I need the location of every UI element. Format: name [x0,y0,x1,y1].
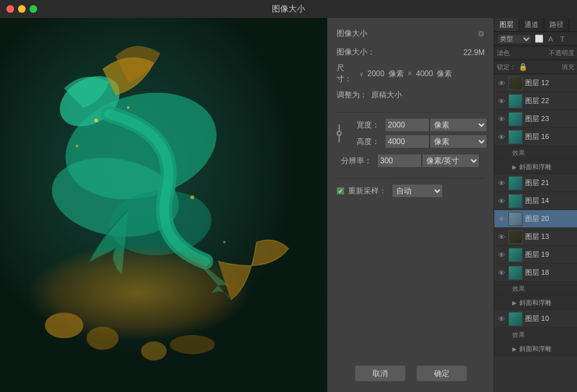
svg-point-14 [223,241,226,243]
layer-item[interactable]: 👁图层 19 [494,246,577,264]
layer-thumbnail [508,130,523,144]
layer-thumbnail [508,248,523,262]
minimize-button[interactable] [18,5,26,13]
dialog-buttons: 取消 确定 [337,365,485,382]
res-input[interactable] [377,154,422,168]
layer-thumbnail [508,230,523,244]
layer-name: 图层 13 [525,232,549,241]
close-button[interactable] [6,5,14,13]
effect-detail-item: ▶斜面和浮雕 [494,342,577,356]
layer-visibility-icon[interactable]: 👁 [497,314,506,323]
width-row: 宽度： 像素 [344,118,487,132]
layer-name: 图层 22 [525,96,549,106]
layer-visibility-icon[interactable]: 👁 [497,197,506,206]
layer-item[interactable]: 👁图层 18 [494,264,577,282]
canvas-svg [0,18,327,392]
layer-thumbnail [508,194,523,208]
layer-name: 图层 16 [525,132,549,142]
panel-tabs: 图层 通道 路径 [494,18,577,32]
height-input[interactable] [385,135,430,149]
type-filter-select[interactable]: 类型 [497,34,532,44]
layer-item[interactable]: 👁图层 23 [494,110,577,128]
layer-item[interactable]: 👁图层 20 [494,210,577,228]
resample-row: ✓ 重新采样： 自动 [337,184,485,198]
main-layout: 图像大小 ⚙ 图像大小： 22.9M 尺寸： ∨ 2000 像素 × 4000 … [0,18,577,392]
svg-point-8 [141,341,167,361]
letter-a-icon[interactable]: A [546,35,555,44]
resample-method-select[interactable]: 自动 [392,184,443,198]
lock-icon[interactable]: 🔒 [519,63,528,72]
maximize-button[interactable] [29,5,37,13]
effect-label-item: 效果 [494,328,577,342]
lock-label: 锁定： [497,63,516,72]
layer-visibility-icon[interactable]: 👁 [497,179,506,188]
resample-checkbox[interactable]: ✓ [337,187,344,195]
resample-label: 重新采样： [348,186,387,197]
layer-name: 图层 14 [525,196,549,206]
height-unit-select[interactable]: 像素 [430,135,487,149]
layers-panel: 图层 通道 路径 类型 ⬜ A T 滤色 不透明度 锁定： 🔒 填充 👁图层 [494,18,577,392]
cancel-button[interactable]: 取消 [355,365,406,382]
layer-thumbnail [508,94,523,108]
layer-item[interactable]: 👁图层 21 [494,174,577,192]
svg-point-11 [127,106,130,109]
layer-item[interactable]: 👁图层 14 [494,192,577,210]
lock-row: 锁定： 🔒 填充 [494,60,577,74]
layer-name: 图层 23 [525,114,549,124]
ok-button[interactable]: 确定 [416,365,467,382]
svg-point-7 [87,327,119,350]
effect-detail-item: ▶斜面和浮雕 [494,160,577,174]
res-unit-select[interactable]: 像素/英寸 [422,154,480,168]
layer-visibility-icon[interactable]: 👁 [497,268,506,277]
canvas-image [0,18,327,392]
layer-visibility-icon[interactable]: 👁 [497,79,506,88]
svg-point-10 [94,118,98,122]
fill-label: 填充 [562,63,574,72]
dialog-panel: 图像大小 ⚙ 图像大小： 22.9M 尺寸： ∨ 2000 像素 × 4000 … [327,18,494,392]
layer-visibility-icon[interactable]: 👁 [497,250,506,259]
layer-visibility-icon[interactable]: 👁 [497,215,506,224]
layer-visibility-icon[interactable]: 👁 [497,133,506,142]
layer-item[interactable]: 👁图层 22 [494,92,577,110]
layer-thumbnail [508,266,523,280]
tab-paths[interactable]: 路径 [544,18,569,31]
width-label: 宽度： [344,120,380,131]
filter-icon[interactable]: ⬜ [535,35,544,44]
layer-item[interactable]: 👁图层 16 [494,128,577,146]
layer-thumbnail [508,76,523,90]
resolution-field-row: 分辨率： 像素/英寸 [337,154,485,168]
effect-detail-item: ▶斜面和浮雕 [494,296,577,310]
layer-visibility-icon[interactable]: 👁 [497,233,506,241]
layer-visibility-icon[interactable]: 👁 [497,115,506,124]
effect-label-item: 效果 [494,146,577,160]
height-label: 高度： [344,136,380,147]
dimensions-row: 尺寸： ∨ 2000 像素 × 4000 像素 [337,63,485,85]
dim-unit-px: 像素 [389,69,404,79]
dim-unit-px2: 像素 [437,69,452,79]
layer-item[interactable]: 👁图层 13 [494,228,577,246]
width-input[interactable] [385,118,430,132]
width-unit-select[interactable]: 像素 [430,118,487,132]
adjust-value: 原稿大小 [371,90,402,101]
chain-icon [337,119,342,147]
layer-item[interactable]: 👁图层 12 [494,74,577,92]
effect-label-item: 效果 [494,282,577,296]
layer-name: 图层 21 [525,178,549,188]
dim-values: ∨ 2000 像素 × 4000 像素 [359,69,452,79]
layer-visibility-icon[interactable]: 👁 [497,97,506,106]
res-label: 分辨率： [337,156,372,167]
size-label: 图像大小： [337,47,375,58]
effect-arrow-icon: ▶ [512,346,517,352]
size-info-row: 图像大小： 22.9M [337,47,485,58]
tab-layers[interactable]: 图层 [494,18,519,31]
letter-t-icon[interactable]: T [558,35,567,44]
gear-icon[interactable]: ⚙ [478,29,485,38]
adjust-label: 调整为： [337,90,367,101]
layer-name: 图层 12 [525,78,549,88]
tab-channels[interactable]: 通道 [519,18,544,31]
layers-list: 👁图层 12👁图层 22👁图层 23👁图层 16效果▶斜面和浮雕👁图层 21👁图… [494,74,577,392]
dim-arrow-icon: ∨ [359,70,364,78]
effect-label: 效果 [512,284,525,293]
width-field-row: 宽度： 像素 高度： 像素 [337,118,485,149]
layer-item[interactable]: 👁图层 10 [494,310,577,328]
